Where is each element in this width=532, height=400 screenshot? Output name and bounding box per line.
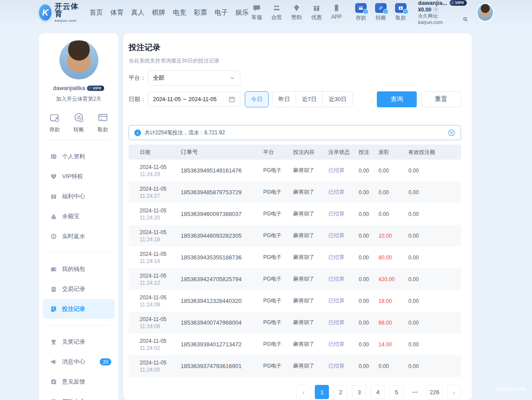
sidebar-item-message[interactable]: 消息中心 20 — [39, 352, 118, 372]
search-button[interactable]: 查询 — [377, 91, 417, 107]
topbar-transfer[interactable]: 转账 — [373, 3, 389, 22]
sidebar-item-help[interactable]: 帮助中心 — [39, 392, 118, 400]
topbar-sponsor[interactable]: 赞助 — [289, 4, 305, 21]
platform-select[interactable]: 全部 — [148, 71, 240, 86]
table-row[interactable]: 2024-11-0511:24:02 1853639384012713472 P… — [129, 333, 461, 355]
nav-item-6[interactable]: 电子 — [215, 8, 228, 17]
page-button-2[interactable]: 2 — [333, 385, 348, 399]
row-valid-bet: 0.00 — [408, 233, 461, 239]
topbar-deposit[interactable]: 存款 — [353, 3, 369, 22]
sidebar-avatar[interactable] — [59, 40, 98, 79]
summary-bar: i 共计2254笔投注，流水：8,721.92 — [129, 125, 461, 140]
topbar-right: 客服 合营 赞助 优惠 APP 存款 转账 取款 — [249, 0, 494, 25]
nav-item-4[interactable]: 电竞 — [173, 8, 186, 17]
reset-button[interactable]: 重置 — [421, 91, 461, 107]
sidebar-item-yuebao[interactable]: 余额宝 — [39, 206, 118, 226]
date-label: 日期： — [129, 95, 148, 103]
sidebar-item-trade[interactable]: 交易记录 — [39, 279, 118, 299]
row-payout: 10.00 — [379, 233, 408, 239]
row-payout: 0.00 — [379, 363, 408, 369]
topbar-partner[interactable]: 合营 — [269, 4, 285, 21]
nav-item-3[interactable]: 棋牌 — [152, 8, 165, 17]
site-logo[interactable]: K 开云体育 kaiyun.com — [39, 3, 80, 23]
row-payout: 14.00 — [379, 341, 408, 348]
sidebar-item-wallet[interactable]: 我的钱包 — [39, 259, 118, 279]
user-block[interactable]: dawanjia... VIP0 ¥0.00 ⟳ 永久网址: kaiyun.co… — [418, 0, 468, 25]
nav-item-0[interactable]: 首页 — [90, 8, 103, 17]
sidebar-qa-deposit[interactable]: 存款 — [49, 112, 60, 133]
row-status: 已结算 — [329, 167, 359, 174]
table-row[interactable]: 2024-11-0511:24:00 1853639374793616901 P… — [129, 355, 461, 377]
sidebar-item-bet[interactable]: 投注记录 — [43, 299, 115, 319]
summary-text: 共计2254笔投注，流水：8,721.92 — [145, 129, 225, 137]
row-time: 11:24:02 — [140, 345, 181, 352]
row-status: 已结算 — [329, 341, 359, 348]
row-bet: 0.00 — [359, 189, 379, 196]
vip-badge: VIP0 — [450, 0, 467, 6]
welfare-icon — [50, 193, 57, 200]
page-button-3[interactable]: 3 — [352, 385, 366, 399]
table-row[interactable]: 2024-11-0511:24:27 1853639485879753729 P… — [129, 181, 461, 203]
withdraw-icon — [395, 3, 407, 13]
row-payout: 68.00 — [379, 320, 408, 326]
nav-item-5[interactable]: 彩票 — [194, 8, 207, 17]
nav-item-1[interactable]: 体育 — [110, 8, 124, 17]
page-button-5[interactable]: 5 — [389, 385, 403, 399]
table-row[interactable]: 2024-11-0511:24:09 1853639412328440320 P… — [129, 290, 461, 312]
nav-item-7[interactable]: 娱乐 — [235, 8, 249, 17]
table-row[interactable]: 2024-11-0511:24:20 1853639460097388037 P… — [129, 203, 461, 225]
row-date: 2024-11-05 — [140, 207, 181, 214]
sidebar-item-rebate[interactable]: 实时返水 — [39, 226, 118, 246]
range-button-近7日[interactable]: 近7日 — [296, 91, 323, 107]
page-ellipsis[interactable]: ••• — [408, 385, 422, 399]
page-button-1[interactable]: 1 — [315, 385, 329, 399]
prize-icon — [50, 338, 57, 345]
search-icon[interactable] — [462, 16, 468, 22]
topbar-promo[interactable]: 优惠 — [309, 4, 325, 21]
range-button-今日[interactable]: 今日 — [245, 91, 269, 107]
topbar-chat[interactable]: 客服 — [249, 4, 265, 21]
table-row[interactable]: 2024-11-0511:24:29 1853639495149161476 P… — [129, 160, 461, 181]
topbar-app[interactable]: APP — [329, 4, 344, 21]
sidebar-item-welfare[interactable]: 福利中心 — [39, 186, 118, 206]
sidebar-qa-withdraw[interactable]: 取款 — [97, 112, 109, 133]
page-button-226[interactable]: 226 — [426, 385, 442, 399]
row-date: 2024-11-05 — [140, 316, 181, 323]
refresh-balance-icon[interactable]: ⟳ — [433, 7, 439, 13]
table-header: 日期订单号平台投注内容注单状态投注派彩有效投注额 — [129, 145, 461, 160]
sidebar-username: dawanjia8ka — [53, 85, 85, 91]
date-range-picker[interactable]: 2024-11-05 ~ 2024-11-05 — [148, 92, 240, 107]
logo-icon: K — [39, 4, 51, 20]
user-balance: ¥0.00 — [418, 7, 431, 13]
topbar-avatar[interactable] — [477, 3, 494, 22]
row-platform: PG电子 — [263, 254, 293, 261]
table-row[interactable]: 2024-11-0511:24:14 1853639435355188736 P… — [129, 247, 461, 268]
sidebar-item-feedback[interactable]: 意见反馈 — [39, 372, 118, 392]
row-status: 已结算 — [329, 232, 359, 239]
table-row[interactable]: 2024-11-0511:24:12 1853639424705825794 P… — [129, 268, 461, 290]
expand-plus-icon[interactable] — [448, 129, 455, 137]
sidebar-qa-transfer[interactable]: 转账 — [73, 112, 85, 133]
help-icon — [50, 398, 57, 400]
sidebar-item-profile[interactable]: 个人资料 — [39, 146, 118, 166]
topbar-withdraw[interactable]: 取款 — [393, 3, 409, 22]
row-bet: 0.00 — [359, 363, 379, 369]
table-row[interactable]: 2024-11-0511:24:18 1853639448093282305 P… — [129, 225, 461, 247]
page-button-4[interactable]: 4 — [371, 385, 385, 399]
range-button-近30日[interactable]: 近30日 — [322, 91, 352, 107]
row-valid-bet: 0.00 — [408, 211, 461, 217]
prev-page-button[interactable]: ‹ — [296, 385, 310, 399]
nav-item-2[interactable]: 真人 — [131, 8, 145, 17]
table-row[interactable]: 2024-11-0511:24:06 1853639400747968004 P… — [129, 312, 461, 333]
row-content: 麻将胡了 — [293, 297, 329, 305]
calendar-icon — [228, 96, 235, 103]
row-status: 已结算 — [329, 188, 359, 196]
range-button-昨日[interactable]: 昨日 — [272, 91, 296, 107]
next-page-button[interactable]: › — [447, 385, 461, 399]
sidebar-item-vip[interactable]: VIP特权 — [39, 166, 118, 186]
topbar: K 开云体育 kaiyun.com 首页体育真人棋牌电竞彩票电子娱乐 客服 合营… — [0, 0, 532, 25]
bet-records-table: 日期订单号平台投注内容注单状态投注派彩有效投注额 2024-11-0511:24… — [129, 145, 461, 377]
row-valid-bet: 0.00 — [408, 168, 461, 174]
sidebar-item-prize[interactable]: 兑奖记录 — [39, 332, 118, 352]
profile-icon — [50, 153, 57, 160]
